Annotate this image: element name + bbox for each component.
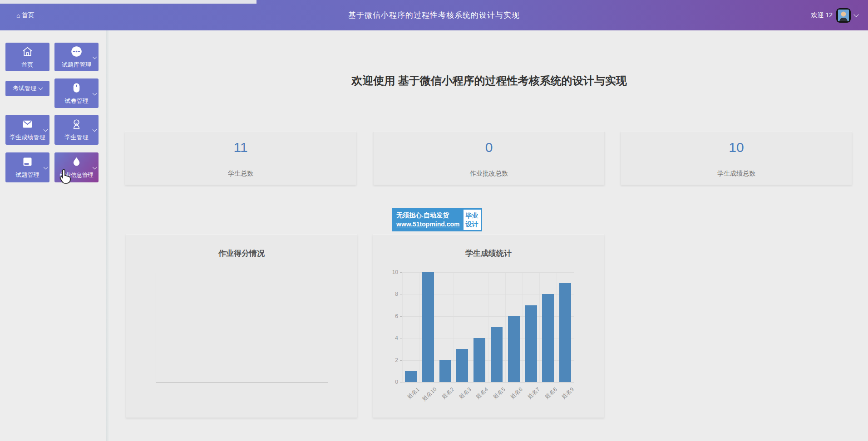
sidebar-item-exam-management[interactable]: 考试管理 [5,81,49,96]
y-tick-label: 0 [395,379,398,385]
gridline [523,272,523,382]
question-card-icon [21,156,34,168]
gridline [419,272,420,382]
gridline [539,272,540,382]
chevron-down-icon [853,12,858,17]
ad-line1: 无须担心.自动发货 [396,211,460,220]
y-tick-mark [400,294,402,294]
stat-value: 0 [485,140,493,155]
empty-chart-axes [156,273,328,383]
ad-watermark-banner[interactable]: 无须担心.自动发货 www.51topmind.com 毕业 设计 [392,208,482,231]
breadcrumb-home[interactable]: ⌂ 首页 [16,0,34,30]
welcome-user-text: 欢迎 12 [811,11,833,20]
chevron-down-icon [93,165,97,170]
page-title: 基于微信小程序的过程性考核系统的设计与实现 [0,10,868,20]
ad-text: 无须担心.自动发货 www.51topmind.com [393,210,464,230]
gridline [488,272,488,382]
y-tick-label: 6 [395,313,398,319]
stat-label: 学生总数 [228,170,253,178]
sidebar-item-label: 试题管理 [16,171,39,179]
bar [439,360,451,382]
ad-badge: 毕业 设计 [464,210,481,230]
chevron-down-icon [93,91,97,95]
stat-label: 作业批改总数 [470,170,508,178]
stat-label: 学生成绩总数 [717,170,755,178]
gridline [471,272,471,382]
bar [491,327,503,382]
gridline [437,272,437,382]
y-tick-mark [400,382,402,382]
bar [508,316,520,382]
gridline [454,272,454,382]
question-bank-icon [70,45,83,58]
x-tick-label: 姓名10 [421,386,439,403]
breadcrumb-label: 首页 [21,11,34,20]
main-content: 欢迎使用 基于微信小程序的过程性考核系统的设计与实现 11 学生总数 0 作业批… [110,30,868,441]
ad-badge-line: 设计 [466,220,478,229]
bar [405,371,417,382]
user-menu[interactable]: 欢迎 12 [811,0,858,30]
y-tick-mark [400,360,402,361]
sidebar-item-label: 考试管理 [13,84,36,93]
sidebar-item-label: 试卷管理 [65,97,89,105]
y-tick-mark [400,272,402,273]
x-tick-label: 姓名3 [458,386,473,401]
x-tick-label: 姓名4 [474,386,490,401]
welcome-heading: 欢迎使用 基于微信小程序的过程性考核系统的设计与实现 [110,74,868,88]
sidebar-item-label: 首页 [22,61,34,69]
bar [559,283,571,382]
gridline [574,272,574,382]
sidebar-item-question-management[interactable]: 试题管理 [5,152,49,182]
sidebar-item-exam-paper[interactable]: 试卷管理 [54,78,99,108]
bar [525,305,537,382]
stat-card-scores: 10 学生成绩总数 [621,132,852,185]
x-tick-label: 姓名1 [406,386,421,401]
x-tick-label: 姓名7 [526,386,542,401]
avatar-image [836,8,851,23]
cursor-hand-icon [58,168,73,185]
score-envelope-icon [21,118,34,130]
student-score-chart-card: 学生成绩统计 0246810姓名1姓名10姓名2姓名3姓名4姓名5姓名6姓名7姓… [373,234,604,418]
gridline [505,272,506,382]
top-header: ⌂ 首页 基于微信小程序的过程性考核系统的设计与实现 欢迎 12 [0,0,868,30]
chevron-down-icon [39,86,43,90]
exam-paper-icon [70,82,83,94]
y-tick-label: 10 [392,269,398,275]
gridline [402,272,403,382]
sidebar-item-label: 试题库管理 [62,61,91,69]
sidebar-item-question-bank[interactable]: 试题库管理 [54,43,99,71]
sidebar-item-student-score[interactable]: 学生成绩管理 [5,115,49,145]
y-tick-label: 4 [395,335,398,341]
homework-score-chart-card: 作业得分情况 [126,234,357,418]
sidebar-item-home[interactable]: 首页 [5,43,49,71]
y-tick-label: 8 [395,291,398,297]
sidebar-item-label: 学生管理 [65,133,89,142]
user-avatar[interactable] [836,8,851,23]
chevron-down-icon [93,127,97,132]
sidebar: 首页 试题库管理 考试管理 试卷管理 [0,30,106,441]
x-tick-label: 姓名9 [560,386,576,401]
ad-url[interactable]: www.51topmind.com [396,220,460,229]
x-tick-label: 姓名5 [492,386,507,401]
y-tick-mark [400,338,402,338]
bar-chart-plot: 0246810姓名1姓名10姓名2姓名3姓名4姓名5姓名6姓名7姓名8姓名9 [402,272,574,382]
chart-title: 学生成绩统计 [373,248,604,259]
student-person-icon [70,118,83,130]
ad-badge-line: 毕业 [466,211,478,220]
stat-card-homework-corrections: 0 作业批改总数 [373,132,605,185]
y-tick-mark [400,316,402,317]
homework-drop-icon [70,156,83,168]
x-tick-label: 姓名2 [440,386,456,401]
gridline [402,382,574,382]
y-tick-label: 2 [395,357,398,363]
chart-title: 作业得分情况 [126,248,357,259]
sidebar-item-label: 学生成绩管理 [10,133,45,142]
x-tick-label: 姓名8 [543,386,559,401]
chevron-down-icon [44,127,48,132]
bar [473,338,485,382]
chevron-down-icon [93,54,97,59]
sidebar-item-student-management[interactable]: 学生管理 [54,115,99,145]
gridline [557,272,557,382]
home-glyph-icon: ⌂ [16,12,20,19]
bar [456,349,468,382]
